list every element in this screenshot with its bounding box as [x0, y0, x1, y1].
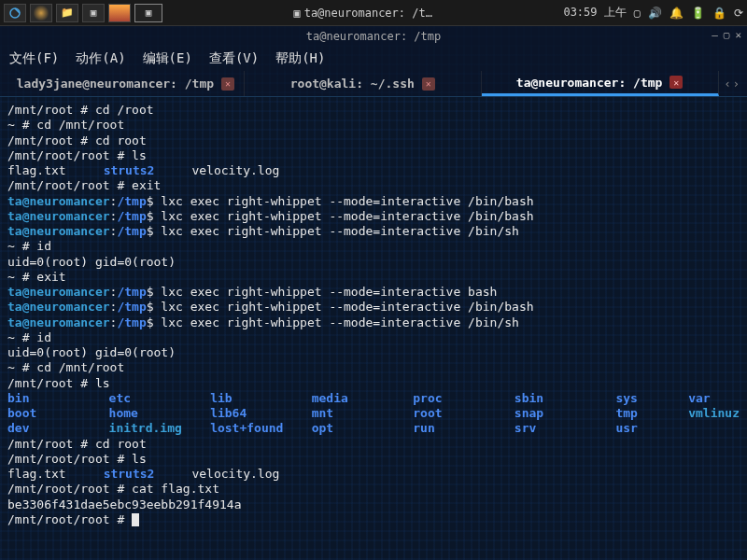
terminal-line: be3306f431dae5ebc93eebb291f4914a [7, 497, 740, 512]
close-icon[interactable]: ✕ [221, 77, 234, 91]
dir-entry: lib [210, 391, 312, 406]
lock-icon[interactable]: 🔒 [712, 7, 726, 20]
terminal-line: /mnt/root # cd root [7, 133, 740, 148]
dir-entry: bin [7, 391, 109, 406]
menu-action[interactable]: 动作(A) [76, 50, 125, 67]
volume-icon[interactable]: 🔊 [648, 7, 662, 20]
app-menu-icon[interactable] [4, 4, 26, 22]
terminal-line: ta@neuromancer:/tmp$ lxc exec right-whip… [7, 285, 740, 300]
dir-entry: opt [312, 421, 414, 436]
dir-entry: srv [514, 421, 616, 436]
directory-listing: binetclibmediaprocsbinsysboothomelib64mn… [7, 391, 717, 437]
tab-root-kali[interactable]: root@kali: ~/.ssh ✕ [245, 71, 482, 96]
workspace-icon[interactable]: ▢ [634, 7, 641, 20]
dir-entry: etc [109, 391, 211, 406]
dir-entry: snap [514, 406, 616, 421]
terminal-line: uid=0(root) gid=0(root) [7, 345, 740, 360]
power-icon[interactable]: ⟳ [734, 7, 743, 20]
terminal-line: ~ # id [7, 330, 740, 345]
taskbar-terminal-active[interactable]: ▣ [134, 4, 162, 22]
terminal-line: /mnt/root/root # cat flag.txt [7, 482, 740, 497]
menu-file[interactable]: 文件(F) [9, 50, 59, 67]
dir-entry: home [109, 406, 211, 421]
dir-entry: proc [413, 391, 514, 406]
menu-edit[interactable]: 编辑(E) [143, 50, 192, 67]
cursor [132, 513, 139, 526]
clock[interactable]: 03:59 上午 [563, 5, 626, 21]
dir-entry: vmlinuz [688, 406, 740, 421]
terminal-line: ta@neuromancer:/tmp$ lxc exec right-whip… [7, 315, 740, 330]
topbar-window-title-text: ta@neuromancer: /t… [304, 7, 432, 20]
dir-entry: var [688, 391, 740, 406]
system-topbar: 📁 ▣ ▣ ▣ ta@neuromancer: /t… 03:59 上午 ▢ 🔊… [0, 0, 747, 26]
window-minimize-icon[interactable]: — [712, 29, 718, 41]
window-close-icon[interactable]: ✕ [735, 29, 741, 41]
menu-help[interactable]: 帮助(H) [275, 50, 325, 67]
dir-entry: lib64 [210, 406, 312, 421]
dir-entry: initrd.img [109, 421, 211, 436]
dir-entry: lost+found [210, 421, 312, 436]
terminal-small-icon: ▣ [293, 7, 300, 20]
tab-label: ta@neuromancer: /tmp [516, 76, 663, 90]
close-icon[interactable]: ✕ [422, 77, 435, 91]
terminal-line: flag.txtstruts2velocity.log [7, 163, 740, 178]
battery-icon[interactable]: 🔋 [691, 7, 705, 20]
close-icon[interactable]: ✕ [669, 76, 683, 89]
terminal-line: /mnt/root/root # ls [7, 452, 740, 467]
dir-entry: dev [7, 421, 109, 436]
tab-label: lady3jane@neuromancer: /tmp [17, 77, 214, 91]
window-titlebar[interactable]: ta@neuromancer: /tmp — ▢ ✕ [0, 26, 747, 47]
dir-entry: boot [7, 406, 109, 421]
terminal-tabs: lady3jane@neuromancer: /tmp ✕ root@kali:… [0, 71, 747, 97]
window-title: ta@neuromancer: /tmp [306, 30, 442, 43]
terminal-line: ta@neuromancer:/tmp$ lxc exec right-whip… [7, 194, 740, 209]
terminal-line: uid=0(root) gid=0(root) [7, 255, 740, 270]
dir-entry: root [413, 406, 514, 421]
files-icon[interactable]: 📁 [56, 4, 78, 22]
terminal-line: /mnt/root/root # [7, 512, 740, 527]
terminal-line: ta@neuromancer:/tmp$ lxc exec right-whip… [7, 300, 740, 315]
terminal-window: ta@neuromancer: /tmp — ▢ ✕ 文件(F) 动作(A) 编… [0, 26, 747, 533]
tab-next-icon[interactable]: › [733, 77, 740, 91]
dir-entry: sbin [514, 391, 616, 406]
dir-entry: media [312, 391, 414, 406]
taskbar-item-2[interactable] [108, 4, 131, 22]
dir-entry: run [413, 421, 514, 436]
tab-ta-neuromancer[interactable]: ta@neuromancer: /tmp ✕ [482, 71, 719, 96]
dir-entry: usr [615, 421, 717, 436]
terminal-icon[interactable]: ▣ [82, 4, 105, 22]
terminal-line: ~ # cd /mnt/root [7, 118, 740, 133]
topbar-window-title[interactable]: ▣ ta@neuromancer: /t… [293, 7, 432, 20]
terminal-output[interactable]: /mnt/root # cd /root~ # cd /mnt/root/mnt… [0, 97, 747, 533]
terminal-line: ta@neuromancer:/tmp$ lxc exec right-whip… [7, 224, 740, 239]
terminal-line: ~ # id [7, 239, 740, 254]
terminal-line: /mnt/root/root # exit [7, 178, 740, 193]
menubar: 文件(F) 动作(A) 编辑(E) 查看(V) 帮助(H) [0, 47, 747, 71]
terminal-line: flag.txtstruts2velocity.log [7, 467, 740, 482]
terminal-line: ~ # cd /mnt/root [7, 360, 740, 375]
tab-prev-icon[interactable]: ‹ [725, 77, 731, 91]
terminal-line: /mnt/root # cd root [7, 437, 740, 452]
tab-lady3jane[interactable]: lady3jane@neuromancer: /tmp ✕ [7, 71, 245, 96]
menu-view[interactable]: 查看(V) [209, 50, 259, 67]
svg-point-0 [10, 8, 20, 18]
dir-entry: mnt [312, 406, 414, 421]
terminal-line: ta@neuromancer:/tmp$ lxc exec right-whip… [7, 209, 740, 224]
window-maximize-icon[interactable]: ▢ [724, 29, 730, 41]
terminal-line: ~ # exit [7, 270, 740, 285]
tab-label: root@kali: ~/.ssh [290, 77, 415, 91]
terminal-line: /mnt/root # ls [7, 376, 740, 391]
taskbar-item-1[interactable] [30, 4, 52, 22]
terminal-line: /mnt/root # cd /root [7, 103, 740, 118]
terminal-line: /mnt/root/root # ls [7, 148, 740, 163]
notification-icon[interactable]: 🔔 [669, 7, 684, 20]
